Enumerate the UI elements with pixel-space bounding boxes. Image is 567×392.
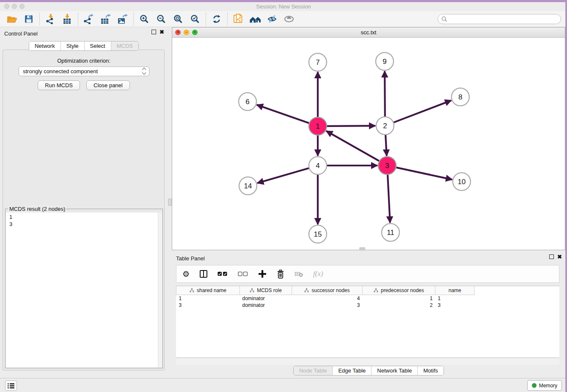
select-all-button[interactable]: [217, 271, 228, 276]
table-horizontal-scrollbar[interactable]: [176, 358, 559, 365]
graph-node-label: 10: [458, 178, 466, 186]
graph-node-label: 1: [316, 122, 319, 130]
column-header-predecessor-nodes[interactable]: predecessor nodes: [363, 286, 435, 295]
control-panel-close-icon[interactable]: ✖: [160, 30, 164, 34]
tab-node-table[interactable]: Node Table: [294, 366, 333, 375]
toolbar-separator: [78, 13, 78, 25]
zoom-in-button[interactable]: [136, 12, 153, 26]
table-panel-close-icon[interactable]: ✖: [557, 254, 562, 259]
plus-icon: [258, 270, 267, 278]
zoom-out-button[interactable]: [153, 12, 170, 26]
node-table[interactable]: shared nameMCDS rolesuccessor nodesprede…: [176, 286, 559, 358]
export-network-button[interactable]: [80, 12, 97, 26]
tab-style[interactable]: Style: [61, 41, 84, 50]
tab-network[interactable]: Network: [29, 41, 61, 50]
tab-motifs[interactable]: Motifs: [417, 366, 443, 375]
export-image-icon: [117, 14, 128, 24]
fx-icon: f(x): [313, 270, 323, 278]
mcds-result-item: 3: [9, 221, 162, 228]
column-header-successor-nodes[interactable]: successor nodes: [292, 286, 363, 295]
main-toolbar: [0, 11, 567, 27]
memory-button[interactable]: Memory: [527, 380, 562, 391]
network-window-titlebar: ✕ − + scc.txt: [172, 28, 565, 38]
column-tree-icon: [250, 288, 254, 293]
graph-node-label: 4: [316, 162, 319, 170]
table-row[interactable]: 3dominator323: [176, 302, 475, 309]
network-file-icon: [233, 14, 244, 25]
task-history-button[interactable]: [5, 381, 17, 391]
memory-status-icon: [532, 383, 537, 388]
table-row[interactable]: 1dominator411: [176, 295, 475, 302]
control-panel-float-icon[interactable]: [151, 30, 156, 34]
status-bar: Memory: [0, 378, 567, 392]
edge-3-10[interactable]: [396, 168, 452, 180]
open-session-button[interactable]: [3, 12, 20, 26]
add-row-button[interactable]: [258, 270, 267, 278]
graph-node-label: 11: [387, 229, 394, 237]
vertical-splitter-grip[interactable]: [168, 199, 172, 206]
column-settings-button[interactable]: ⚙: [182, 269, 190, 279]
refresh-button[interactable]: [208, 12, 225, 26]
edge-4-14[interactable]: [257, 168, 309, 183]
zoom-selected-button[interactable]: [187, 12, 204, 26]
toolbar-separator: [206, 13, 206, 25]
export-table-button[interactable]: [97, 12, 114, 26]
delete-row-button[interactable]: [277, 270, 284, 279]
table-cell: dominator: [240, 302, 292, 309]
zoom-selected-icon: [190, 14, 200, 24]
import-table-button[interactable]: [59, 12, 76, 26]
table-panel-float-icon[interactable]: [549, 254, 554, 259]
edge-2-9[interactable]: [385, 71, 385, 116]
edge-3-1[interactable]: [326, 131, 379, 161]
edge-1-6[interactable]: [257, 105, 309, 123]
tab-network-table[interactable]: Network Table: [371, 366, 417, 375]
export-image-button[interactable]: [114, 12, 131, 26]
new-network-file-button[interactable]: [230, 12, 247, 26]
zoom-in-icon: [140, 14, 149, 24]
graph-node-label: 7: [316, 58, 319, 66]
delete-table-button[interactable]: [295, 271, 303, 277]
function-builder-button[interactable]: f(x): [313, 270, 323, 278]
edge-2-8[interactable]: [394, 100, 451, 122]
import-network-button[interactable]: [42, 12, 59, 26]
import-network-icon: [45, 14, 55, 24]
table-cell: 3: [435, 302, 475, 309]
mcds-result-scrollbar[interactable]: [158, 213, 162, 367]
save-session-button[interactable]: [20, 12, 37, 26]
tab-edge-table[interactable]: Edge Table: [332, 366, 371, 375]
close-panel-button[interactable]: Close panel: [86, 80, 130, 90]
mcds-result-list[interactable]: 13: [6, 213, 162, 367]
network-canvas[interactable]: 7968124314101511: [172, 38, 565, 250]
table-cell: 3: [292, 302, 363, 309]
deselect-all-checkboxes-icon: [238, 271, 248, 276]
column-header-mcds-role[interactable]: MCDS role: [240, 286, 292, 295]
zoom-fit-button[interactable]: [170, 12, 187, 26]
table-cell: 1: [435, 295, 475, 302]
hide-graphics-button[interactable]: [264, 12, 281, 26]
tab-mcds[interactable]: MCDS: [111, 41, 138, 50]
graph-node-label: 8: [458, 93, 462, 101]
export-network-icon: [83, 14, 94, 24]
control-panel: Control Panel ✖ NetworkStyleSelectMCDS O…: [0, 27, 168, 373]
column-tree-icon: [190, 288, 194, 293]
column-header-shared-name[interactable]: shared name: [176, 286, 240, 295]
deselect-all-button[interactable]: [238, 271, 248, 276]
dropdown-stepper-icon: [143, 68, 146, 74]
run-mcds-button[interactable]: Run MCDS: [38, 80, 80, 90]
show-graphics-button[interactable]: [281, 12, 297, 26]
table-cell: 4: [292, 295, 363, 302]
open-folder-icon: [6, 14, 17, 24]
horizontal-splitter-grip[interactable]: [359, 247, 365, 251]
column-header-name[interactable]: name: [435, 286, 475, 295]
format-columns-button[interactable]: [200, 270, 207, 278]
tab-select[interactable]: Select: [84, 41, 111, 50]
optimization-criterion-select[interactable]: strongly connected component: [19, 66, 149, 76]
desktop-edge-right: [565, 0, 567, 392]
table-panel: Table Panel ✖ ⚙: [172, 252, 565, 376]
network-window-title: scc.txt: [172, 29, 565, 36]
edge-3-11[interactable]: [388, 175, 390, 223]
edge-2-3[interactable]: [385, 135, 387, 156]
search-input[interactable]: [438, 14, 561, 24]
home-button[interactable]: [247, 12, 264, 26]
column-tree-icon: [374, 288, 378, 293]
